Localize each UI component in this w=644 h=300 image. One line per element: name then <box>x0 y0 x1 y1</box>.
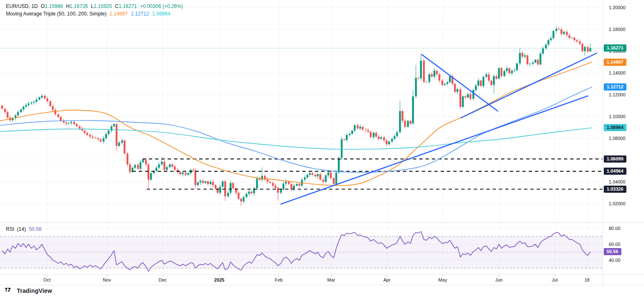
candle-body <box>346 135 348 140</box>
candle-body <box>426 82 427 82</box>
candle-body <box>319 174 321 180</box>
time-axis[interactable]: OctNovDec2025FebMarAprMayJunJul18 <box>0 275 644 285</box>
pane-separator[interactable] <box>0 222 644 223</box>
candle-body <box>415 78 417 96</box>
tradingview-chart-window: EUR/USD, 1D O1.15966 H1.16726 L1.15925 C… <box>0 0 644 300</box>
candle-body <box>118 142 120 146</box>
rsi-tick-80.00: 80.00 <box>609 226 621 231</box>
rsi-params: (14) <box>17 226 26 232</box>
candle-body <box>137 165 139 169</box>
price-tick-1.12000: 1.12000 <box>609 92 626 97</box>
price-pane[interactable] <box>0 0 602 223</box>
candle-body <box>230 183 231 193</box>
candle-body <box>41 96 43 98</box>
candle-body <box>108 131 109 134</box>
candle-body <box>145 160 147 165</box>
symbol-legend: EUR/USD, 1D O1.15966 H1.16726 L1.15925 C… <box>6 3 184 9</box>
price-tick-1.02000: 1.02000 <box>609 201 626 206</box>
candlestick-series[interactable] <box>1 26 591 206</box>
candle-body <box>219 187 221 193</box>
ma50-line[interactable] <box>0 62 592 186</box>
symbol-title[interactable]: EUR/USD, 1D <box>6 3 38 9</box>
candle-body <box>325 175 327 182</box>
candle-body <box>428 74 430 82</box>
time-axis-separator <box>0 274 644 275</box>
candle-body <box>148 164 149 179</box>
candle-body <box>378 137 379 139</box>
candle-body <box>171 164 173 166</box>
candle-body <box>404 121 406 127</box>
candle-body <box>436 71 438 75</box>
price-axis-separator <box>602 0 603 285</box>
candle-body <box>140 162 141 169</box>
candle-body <box>210 182 211 184</box>
candle-body <box>39 98 40 100</box>
candle-body <box>124 140 125 153</box>
candle-body <box>272 183 274 186</box>
candle-body <box>473 90 474 99</box>
candle-body <box>205 181 206 183</box>
time-tick-mark <box>331 275 332 277</box>
candle-body <box>23 107 24 110</box>
tradingview-logo[interactable]: TradingView <box>5 287 52 294</box>
trendline-ascending-support-long[interactable] <box>281 96 588 204</box>
candle-body <box>444 84 446 85</box>
price-tick-1.18000: 1.18000 <box>609 27 626 32</box>
candle-body <box>402 111 403 121</box>
candle-body <box>330 173 332 178</box>
candle-body <box>207 181 209 184</box>
time-label-Nov: Nov <box>103 277 111 282</box>
candle-body <box>423 61 425 82</box>
ma200-line[interactable] <box>0 128 592 149</box>
candle-body <box>309 173 311 175</box>
candle-body <box>251 191 252 193</box>
rsi-tick-40.00: 40.00 <box>609 258 621 263</box>
candle-body <box>574 38 575 40</box>
price-badge-1.14997: 1.14997 <box>604 59 626 66</box>
candle-body <box>380 137 382 139</box>
candle-body <box>359 127 361 129</box>
candle-body <box>475 85 477 90</box>
candle-body <box>488 74 490 80</box>
candle-body <box>47 98 48 101</box>
time-tick-mark <box>499 275 499 277</box>
candle-body <box>410 121 411 124</box>
candle-body <box>60 117 62 121</box>
candle-body <box>212 182 214 185</box>
candle-body <box>327 173 329 176</box>
candle-body <box>68 123 70 124</box>
candle-body <box>388 142 390 145</box>
candle-body <box>317 174 319 176</box>
price-badge-1.08964: 1.08964 <box>604 124 626 131</box>
ma100-value: 1.12712 <box>131 11 149 17</box>
candle-body <box>296 184 298 186</box>
candle-body <box>238 193 239 199</box>
time-tick-mark <box>47 275 47 277</box>
candle-body <box>197 182 199 185</box>
low-label: L <box>91 3 94 9</box>
candle-body <box>383 137 385 140</box>
candle-body <box>496 76 497 79</box>
candle-body <box>113 124 115 126</box>
candle-body <box>49 101 51 106</box>
candle-body <box>532 62 534 64</box>
ma-indicator-title[interactable]: Moving Average Triple (50, 100, 200, Sim… <box>6 11 106 17</box>
price-tick-1.04000: 1.04000 <box>609 179 626 184</box>
candle-body <box>57 114 59 117</box>
candle-body <box>537 60 539 65</box>
rsi-indicator-legend: RSI (14) 50.56 <box>6 226 43 232</box>
ma100-line[interactable] <box>0 87 592 173</box>
candle-body <box>195 171 196 185</box>
close-label: C <box>115 3 119 9</box>
candle-body <box>491 81 492 85</box>
candle-body <box>486 74 487 77</box>
time-tick-mark <box>219 275 220 277</box>
candle-body <box>240 199 242 202</box>
rsi-pane[interactable] <box>0 223 602 275</box>
candle-body <box>506 68 508 71</box>
candle-body <box>227 193 229 197</box>
candle-body <box>55 110 56 114</box>
rsi-title[interactable]: RSI <box>6 226 14 232</box>
candle-body <box>465 96 466 98</box>
time-tick-mark <box>279 275 279 277</box>
